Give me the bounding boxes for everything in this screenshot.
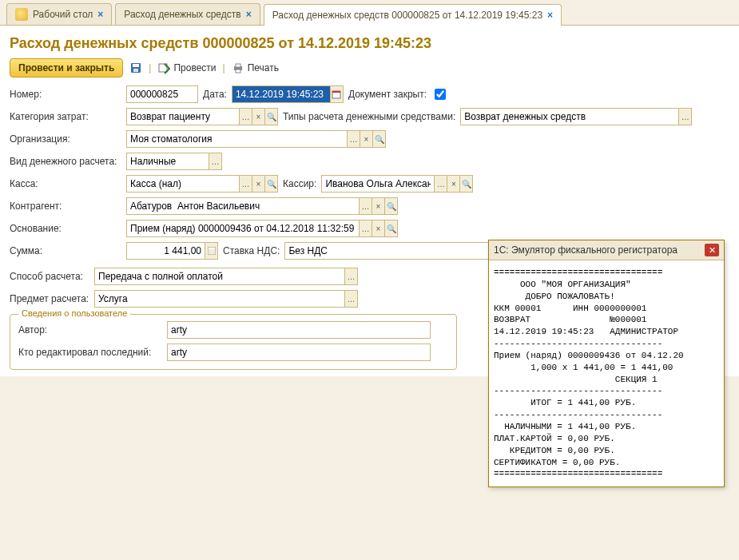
svg-rect-6 — [236, 70, 240, 73]
tab-bar: Рабочий стол × Расход денежных средств ×… — [0, 0, 739, 26]
dots-icon[interactable]: … — [239, 109, 252, 125]
dots-icon[interactable]: … — [359, 220, 371, 236]
svg-rect-2 — [133, 69, 138, 72]
cashier-field[interactable]: … × 🔍 — [321, 175, 473, 193]
tab-desktop[interactable]: Рабочий стол × — [6, 3, 112, 25]
close-icon[interactable]: × — [547, 10, 553, 21]
closed-checkbox[interactable] — [435, 89, 446, 100]
dots-icon[interactable]: … — [344, 291, 357, 307]
lasteditor-field[interactable] — [167, 344, 431, 361]
dots-icon[interactable]: … — [239, 176, 252, 192]
org-label: Организация: — [10, 133, 121, 145]
separator: | — [149, 62, 151, 73]
number-label: Номер: — [10, 89, 121, 100]
tab-label: Расход денежных средств — [124, 9, 240, 20]
userinfo-legend: Сведения о пользователе — [18, 308, 130, 318]
base-label: Основание: — [10, 223, 121, 234]
counterparty-field[interactable]: … × 🔍 — [126, 197, 398, 215]
close-icon[interactable]: × — [97, 9, 103, 20]
popup-header[interactable]: 1С: Эмулятор фискального регистратора ✕ — [489, 240, 724, 260]
search-icon[interactable]: 🔍 — [372, 131, 385, 147]
run-icon — [157, 62, 170, 74]
clear-icon[interactable]: × — [371, 220, 384, 236]
date-field[interactable] — [232, 85, 344, 103]
desktop-icon — [15, 8, 28, 21]
run-label: Провести — [173, 62, 216, 73]
clear-icon[interactable]: × — [360, 131, 372, 147]
close-icon[interactable]: ✕ — [705, 244, 719, 256]
date-label: Дата: — [203, 89, 227, 100]
calculator-icon[interactable] — [205, 243, 217, 259]
search-icon[interactable]: 🔍 — [384, 198, 397, 214]
svg-rect-10 — [209, 248, 215, 249]
fiscal-emulator-popup: 1С: Эмулятор фискального регистратора ✕ … — [488, 240, 725, 376]
print-icon — [232, 62, 244, 74]
print-button[interactable]: Печать — [232, 62, 279, 74]
dots-icon[interactable]: … — [678, 109, 691, 125]
base-field[interactable]: … × 🔍 — [126, 220, 398, 237]
dots-icon[interactable]: … — [359, 198, 371, 214]
subject-label: Предмет расчета: — [10, 293, 89, 304]
closed-label: Документ закрыт: — [348, 89, 427, 100]
popup-title: 1С: Эмулятор фискального регистратора — [494, 244, 677, 256]
dots-icon[interactable]: … — [434, 176, 447, 192]
search-icon[interactable]: 🔍 — [384, 220, 397, 236]
separator: | — [223, 62, 225, 73]
cashbox-field[interactable]: … × 🔍 — [126, 175, 278, 193]
userinfo-group: Сведения о пользователе Автор: Кто редак… — [10, 314, 457, 370]
search-icon[interactable]: 🔍 — [264, 176, 277, 192]
author-label: Автор: — [18, 324, 162, 336]
paytypes-field[interactable]: … — [460, 108, 692, 125]
svg-rect-5 — [236, 64, 240, 67]
paymethod-label: Способ расчета: — [10, 271, 89, 282]
amount-field[interactable] — [126, 242, 218, 260]
page-title: Расход денежных средств 000000825 от 14.… — [10, 35, 729, 52]
svg-rect-8 — [332, 91, 340, 93]
category-field[interactable]: … × 🔍 — [126, 108, 278, 125]
search-icon[interactable]: 🔍 — [264, 109, 277, 125]
cashbox-label: Касса: — [10, 178, 121, 189]
clear-icon[interactable]: × — [252, 176, 264, 192]
close-icon[interactable]: × — [246, 9, 252, 20]
lasteditor-label: Кто редактировал последний: — [18, 347, 162, 358]
clear-icon[interactable]: × — [252, 109, 264, 125]
vatrate-label: Ставка НДС: — [223, 245, 280, 256]
toolbar: Провести и закрыть | Провести | Печать — [10, 58, 729, 77]
tab-label: Рабочий стол — [33, 9, 93, 20]
paytypes-label: Типы расчета денежными средствами: — [283, 111, 455, 122]
clear-icon[interactable]: × — [447, 176, 459, 192]
tab-label: Расход денежных средств 000000825 от 14.… — [272, 10, 542, 21]
tab-expense-doc[interactable]: Расход денежных средств 000000825 от 14.… — [264, 4, 562, 26]
amount-label: Сумма: — [10, 245, 121, 256]
run-button[interactable]: Провести — [157, 62, 216, 74]
clear-icon[interactable]: × — [371, 198, 384, 214]
counterparty-label: Контрагент: — [10, 201, 121, 212]
receipt-text: ================================ ООО "МО… — [489, 260, 724, 376]
dots-icon[interactable]: … — [344, 268, 357, 284]
print-label: Печать — [248, 62, 279, 73]
subject-field[interactable]: … — [94, 290, 358, 308]
calendar-icon[interactable] — [330, 86, 343, 102]
run-and-close-button[interactable]: Провести и закрыть — [10, 58, 123, 77]
search-icon[interactable]: 🔍 — [459, 176, 472, 192]
paytype-label: Вид денежного расчета: — [10, 156, 121, 167]
save-icon[interactable] — [129, 62, 142, 74]
dots-icon[interactable]: … — [347, 131, 360, 147]
author-field[interactable] — [167, 321, 431, 339]
dots-icon[interactable]: … — [209, 153, 221, 169]
tab-expense-list[interactable]: Расход денежных средств × — [115, 3, 260, 25]
org-field[interactable]: … × 🔍 — [126, 130, 386, 148]
paymethod-field[interactable]: … — [94, 268, 358, 285]
cashier-label: Кассир: — [283, 178, 316, 189]
number-field[interactable] — [126, 85, 198, 103]
category-label: Категория затрат: — [10, 111, 121, 122]
paytype-field[interactable]: … — [126, 153, 222, 170]
svg-rect-1 — [133, 64, 139, 67]
